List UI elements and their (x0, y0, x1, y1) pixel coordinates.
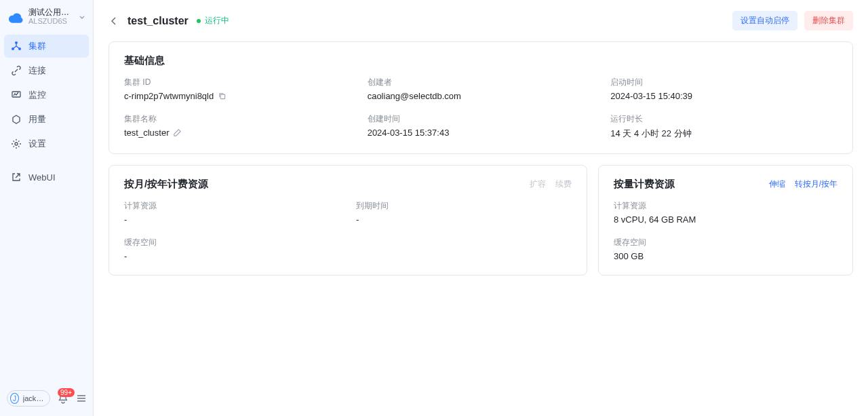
cluster-icon (11, 41, 22, 52)
svg-rect-6 (220, 94, 225, 99)
sidebar-item-label: 监控 (28, 89, 46, 101)
notification-badge: 99+ (58, 388, 75, 397)
card-title: 基础信息 (124, 54, 837, 67)
usage-icon (11, 114, 22, 125)
auto-stop-button[interactable]: 设置自动启停 (732, 11, 797, 31)
workspace-name: 测试公用_不... (28, 8, 73, 17)
usage-cache: 缓存空间 300 GB (614, 237, 837, 261)
info-start-time: 启动时间 2024-03-15 15:40:39 (610, 77, 837, 101)
expand-action: 扩容 (530, 178, 546, 190)
status-dot-icon (197, 19, 201, 23)
svg-point-5 (15, 143, 18, 145)
workspace-switcher[interactable]: 测试公用_不... ALSZUD6S (0, 0, 93, 31)
main-content: test_cluster 运行中 设置自动启停 删除集群 基础信息 集群 ID … (94, 0, 868, 416)
card-title: 按量计费资源 (614, 178, 675, 191)
back-arrow-icon[interactable] (108, 16, 119, 26)
usage-compute: 计算资源 8 vCPU, 64 GB RAM (614, 200, 837, 225)
card-title: 按月/按年计费资源 (124, 178, 208, 191)
sidebar-item-label: 用量 (28, 113, 46, 126)
sidebar-item-settings[interactable]: 设置 (4, 132, 89, 155)
fixed-cache: 缓存空间 - (124, 237, 340, 261)
user-chip[interactable]: J jackso... (7, 390, 50, 406)
fixed-expire: 到期时间 - (356, 200, 572, 225)
page-header: test_cluster 运行中 设置自动启停 删除集群 (108, 11, 853, 31)
fixed-compute: 计算资源 - (124, 200, 340, 225)
page-title: test_cluster (127, 15, 189, 27)
billing-usage-card: 按量计费资源 伸缩 转按月/按年 计算资源 8 vCPU, 64 GB RAM … (598, 165, 853, 276)
copy-icon[interactable] (218, 92, 226, 100)
status-badge: 运行中 (197, 15, 229, 26)
svg-point-0 (15, 41, 18, 44)
cloud-icon (8, 11, 23, 23)
sidebar-item-cluster[interactable]: 集群 (4, 35, 89, 58)
delete-cluster-button[interactable]: 删除集群 (804, 11, 853, 31)
status-text: 运行中 (205, 15, 229, 26)
sidebar-item-label: WebUI (28, 172, 56, 183)
sidebar-item-usage[interactable]: 用量 (4, 108, 89, 131)
info-create-time: 创建时间 2024-03-15 15:37:43 (368, 113, 595, 140)
renew-action: 续费 (555, 178, 572, 190)
user-name: jackso... (23, 394, 44, 402)
sidebar-item-label: 集群 (28, 40, 46, 52)
sidebar-item-label: 连接 (28, 64, 46, 77)
convert-action[interactable]: 转按月/按年 (795, 178, 837, 190)
sidebar-item-label: 设置 (28, 138, 46, 150)
info-run-duration: 运行时长 14 天 4 小时 22 分钟 (610, 113, 837, 140)
gear-icon (11, 138, 22, 149)
sidebar: 测试公用_不... ALSZUD6S 集群 连接 监控 (0, 0, 94, 416)
sidebar-item-webui[interactable]: WebUI (4, 166, 89, 188)
sidebar-item-monitor[interactable]: 监控 (4, 83, 89, 107)
avatar: J (10, 393, 19, 404)
basic-info-card: 基础信息 集群 ID c-rimp2p7wtwmyni8qld 创建者 caol… (108, 41, 853, 154)
sidebar-item-connect[interactable]: 连接 (4, 59, 89, 82)
chevron-down-icon (78, 13, 86, 21)
info-cluster-name: 集群名称 test_cluster (124, 113, 351, 140)
monitor-icon (11, 90, 22, 100)
menu-icon[interactable] (76, 393, 87, 404)
info-creator: 创建者 caoliang@selectdb.com (368, 77, 595, 101)
scale-action[interactable]: 伸缩 (769, 178, 785, 190)
info-cluster-id: 集群 ID c-rimp2p7wtwmyni8qld (124, 77, 351, 101)
notifications-button[interactable]: 99+ (57, 392, 69, 404)
edit-icon[interactable] (173, 128, 182, 137)
sidebar-nav: 集群 连接 监控 用量 设置 (0, 31, 93, 192)
billing-fixed-card: 按月/按年计费资源 扩容 续费 计算资源 - 到期时间 - 缓存空间 - (108, 165, 587, 276)
svg-marker-4 (13, 115, 20, 124)
external-link-icon (11, 172, 22, 183)
workspace-id: ALSZUD6S (28, 17, 73, 25)
link-icon (11, 65, 22, 76)
sidebar-footer: J jackso... 99+ (0, 383, 93, 416)
